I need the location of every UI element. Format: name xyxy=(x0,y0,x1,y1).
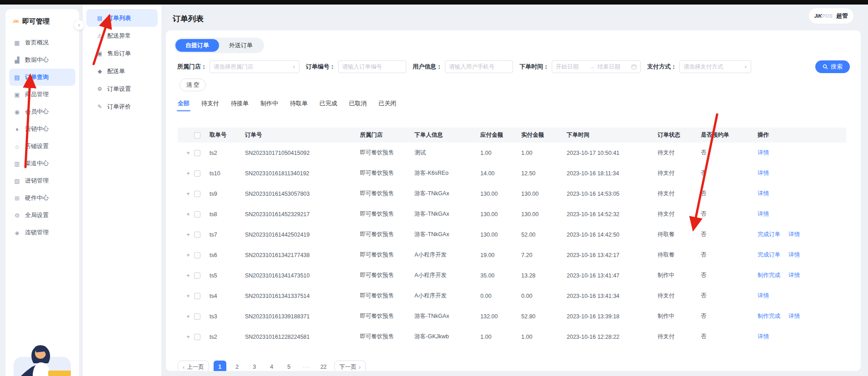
menu-item-label: 订单评价 xyxy=(107,103,131,111)
sidebar-item-goods-management[interactable]: ▣商品管理 xyxy=(5,86,79,103)
date-range-picker[interactable]: 开始日期 → 结束日期 xyxy=(552,60,641,73)
payable-amount-cell: 130.00 xyxy=(480,232,521,238)
expand-row-button[interactable]: + xyxy=(178,190,194,197)
detail-link[interactable]: 详情 xyxy=(788,313,800,319)
payment-select[interactable]: 请选择支付方式 ∨ xyxy=(679,60,751,73)
sidebar-collapse-button[interactable]: ‹ xyxy=(74,20,84,30)
order-query-icon: ▤ xyxy=(14,74,20,81)
sidebar-item-data-center[interactable]: ▟数据中心 xyxy=(5,51,79,69)
sidebar-item-channel-center[interactable]: ▥渠道中心 xyxy=(5,155,79,172)
detail-link[interactable]: 详情 xyxy=(788,252,800,258)
window-top-bar xyxy=(0,0,868,5)
submenu-item-delivery-note[interactable]: ◆配送单 xyxy=(83,62,161,80)
paid-amount-cell: 1.00 xyxy=(521,150,567,156)
row-checkbox[interactable] xyxy=(194,211,200,218)
submenu-item-order-settings[interactable]: ⚙订单设置 xyxy=(83,80,161,98)
column-header: 下单时间 xyxy=(567,131,658,139)
next-page-button[interactable]: 下一页› xyxy=(334,361,366,371)
order-time-cell: 2023-10-16 13:42:17 xyxy=(567,252,658,258)
submenu-item-order-list[interactable]: ▤订单列表 xyxy=(86,9,158,27)
order-no-input[interactable] xyxy=(338,60,406,73)
detail-link[interactable]: 详情 xyxy=(758,292,769,299)
detail-link[interactable]: 详情 xyxy=(758,333,769,340)
chevron-right-icon: › xyxy=(359,364,360,371)
sidebar-item-order-query[interactable]: ▤订单查询 xyxy=(9,69,75,86)
detail-link[interactable]: 详情 xyxy=(758,190,769,197)
row-checkbox[interactable] xyxy=(194,252,200,258)
main-content: JiKPOS 超管 订单列表 自提订单外送订单 所属门店： 请选择所属门店 ∨ … xyxy=(161,5,868,376)
page-button-1[interactable]: 1 xyxy=(214,361,226,371)
menu-item-label: 硬件中心 xyxy=(25,194,49,202)
menu-item-label: 店铺设置 xyxy=(25,142,49,150)
chain-management-icon: ◈ xyxy=(14,229,20,236)
expand-row-button[interactable]: + xyxy=(178,170,194,177)
status-tab-3[interactable]: 制作中 xyxy=(260,99,278,111)
submenu-item-delivery-exception[interactable]: ⚠配送异常 xyxy=(83,27,161,45)
status-tab-6[interactable]: 已取消 xyxy=(349,99,367,111)
submenu-item-order-review[interactable]: ✎订单评价 xyxy=(83,98,161,115)
expand-row-button[interactable]: + xyxy=(178,313,194,320)
tab-pickup-orders[interactable]: 自提订单 xyxy=(175,39,219,52)
clear-filters-button[interactable]: 清 空 xyxy=(180,79,206,91)
status-tab-4[interactable]: 待取单 xyxy=(290,99,308,111)
search-button[interactable]: 搜索 xyxy=(815,60,850,73)
detail-link[interactable]: 详情 xyxy=(788,272,800,278)
expand-row-button[interactable]: + xyxy=(178,231,194,238)
global-settings-icon: ⚙ xyxy=(14,212,20,219)
user-info-input[interactable] xyxy=(445,60,513,73)
expand-row-button[interactable]: + xyxy=(178,252,194,258)
page-button-4[interactable]: 4 xyxy=(265,361,278,371)
app-name: 即可管理 xyxy=(22,17,50,26)
expand-row-button[interactable]: + xyxy=(178,333,194,340)
row-checkbox[interactable] xyxy=(194,150,200,156)
user-badge[interactable]: JiKPOS 超管 xyxy=(809,8,853,24)
sidebar-item-marketing-center[interactable]: ♦营销中心 xyxy=(5,120,79,138)
detail-link[interactable]: 详情 xyxy=(788,231,800,237)
row-checkbox[interactable] xyxy=(194,232,200,238)
row-checkbox[interactable] xyxy=(194,170,200,177)
table-row: +ts10SN202310161811340192即可餐饮预售游客-K6sREo… xyxy=(178,163,846,183)
row-checkbox[interactable] xyxy=(194,191,200,197)
tab-delivery-orders[interactable]: 外送订单 xyxy=(219,39,263,52)
woman-at-laptop-illustration xyxy=(8,340,76,376)
sidebar-item-purchase-sales[interactable]: ▧进销管理 xyxy=(5,172,79,189)
table-row: +ts7SN202310161442502419即可餐饮预售游客-TNkGAx1… xyxy=(178,224,846,245)
status-tab-7[interactable]: 已关闭 xyxy=(379,99,396,111)
row-checkbox[interactable] xyxy=(194,334,200,340)
detail-link[interactable]: 详情 xyxy=(758,149,769,156)
production-complete-link[interactable]: 制作完成 xyxy=(758,272,780,278)
prev-page-button[interactable]: ‹上一页 xyxy=(178,361,209,371)
select-all-checkbox[interactable] xyxy=(194,132,200,139)
buyer-cell: 游客-TNkGAx xyxy=(414,231,480,238)
submenu-item-after-sales-orders[interactable]: ▣售后订单 xyxy=(83,45,161,62)
production-complete-link[interactable]: 制作完成 xyxy=(758,313,780,319)
complete-order-link[interactable]: 完成订单 xyxy=(758,252,780,258)
sidebar-item-member-center[interactable]: ◉会员中心 xyxy=(5,103,79,120)
expand-row-button[interactable]: + xyxy=(178,272,194,279)
status-tab-2[interactable]: 待接单 xyxy=(231,99,249,111)
sidebar-item-home-overview[interactable]: ▦首页概况 xyxy=(5,34,79,51)
expand-row-button[interactable]: + xyxy=(178,292,194,299)
expand-row-button[interactable]: + xyxy=(178,149,194,156)
status-tab-1[interactable]: 待支付 xyxy=(201,99,219,111)
row-checkbox[interactable] xyxy=(194,293,200,299)
page-button-5[interactable]: 5 xyxy=(283,361,295,371)
sidebar-item-hardware-center[interactable]: ⊞硬件中心 xyxy=(5,189,79,207)
row-checkbox[interactable] xyxy=(194,313,200,320)
row-checkbox[interactable] xyxy=(194,272,200,279)
status-tab-5[interactable]: 已完成 xyxy=(319,99,337,111)
detail-link[interactable]: 详情 xyxy=(758,170,769,176)
expand-row-button[interactable]: + xyxy=(178,211,194,218)
page-button-2[interactable]: 2 xyxy=(231,361,244,371)
status-tab-0[interactable]: 全部 xyxy=(178,99,190,111)
complete-order-link[interactable]: 完成订单 xyxy=(758,231,780,237)
page-button-3[interactable]: 3 xyxy=(248,361,261,371)
sidebar-item-chain-management[interactable]: ◈连锁管理 xyxy=(5,224,79,241)
store-cell: 即可餐饮预售 xyxy=(360,210,414,218)
detail-link[interactable]: 详情 xyxy=(758,211,769,217)
sidebar-item-global-settings[interactable]: ⚙全局设置 xyxy=(5,207,79,224)
column-header: 订单号 xyxy=(245,131,360,139)
store-select[interactable]: 请选择所属门店 ∨ xyxy=(210,60,299,73)
page-button-22[interactable]: 22 xyxy=(317,361,330,371)
sidebar-item-shop-settings[interactable]: ⌂店铺设置 xyxy=(5,138,79,155)
